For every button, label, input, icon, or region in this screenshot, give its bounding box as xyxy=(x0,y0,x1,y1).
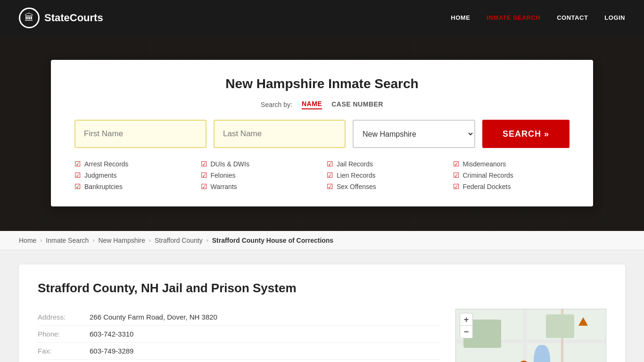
search-card-title: New Hampshire Inmate Search xyxy=(74,76,570,91)
checklist-col-3: ☑ Jail Records ☑ Lien Records ☑ Sex Offe… xyxy=(327,158,444,192)
check-icon: ☑ xyxy=(327,182,333,191)
map-container: + − xyxy=(455,309,606,362)
breadcrumb-sep-1: › xyxy=(40,237,42,244)
map-area xyxy=(546,314,574,338)
list-item: ☑ Jail Records xyxy=(327,158,444,170)
list-item: ☑ Felonies xyxy=(201,170,318,181)
address-label: Address: xyxy=(38,313,80,321)
hero-section: COURTHOUSE New Hampshire Inmate Search S… xyxy=(0,35,644,231)
list-item: ☑ DUIs & DWIs xyxy=(201,158,318,170)
checklist-col-1: ☑ Arrest Records ☑ Judgments ☑ Bankruptc… xyxy=(74,158,191,192)
check-icon: ☑ xyxy=(74,182,81,191)
address-row: Address: 266 County Farm Road, Dover, NH… xyxy=(38,309,441,326)
search-by-row: Search by: NAME CASE NUMBER xyxy=(74,100,570,109)
check-icon: ☑ xyxy=(453,182,459,191)
header: 🏛 StateCourts HOME INMATE SEARCH CONTACT… xyxy=(0,0,644,35)
list-item: ☑ Bankruptcies xyxy=(74,181,191,192)
fax-value: 603-749-3289 xyxy=(90,347,133,355)
map-zoom-in[interactable]: + xyxy=(460,313,472,326)
breadcrumb-strafford-county[interactable]: Strafford County xyxy=(155,237,203,244)
check-icon: ☑ xyxy=(74,171,81,180)
search-fields-row: New Hampshire Alabama Alaska Arizona Ark… xyxy=(74,120,570,148)
check-icon: ☑ xyxy=(201,160,207,168)
main-content: Strafford County, NH Jail and Prison Sys… xyxy=(0,250,644,362)
phone-row: Phone: 603-742-3310 xyxy=(38,326,441,343)
list-item: ☑ Federal Dockets xyxy=(453,181,570,192)
logo-text: StateCourts xyxy=(44,12,103,24)
check-icon: ☑ xyxy=(453,171,459,180)
map-water xyxy=(534,345,550,362)
tab-name[interactable]: NAME xyxy=(302,100,322,109)
fax-label: Fax: xyxy=(38,347,80,355)
list-item: ☑ Arrest Records xyxy=(74,158,191,170)
content-card: Strafford County, NH Jail and Prison Sys… xyxy=(19,264,625,362)
breadcrumb-sep-2: › xyxy=(92,237,94,244)
search-button[interactable]: SEARCH » xyxy=(482,120,570,148)
breadcrumb-sep-3: › xyxy=(149,237,151,244)
checklist-grid: ☑ Arrest Records ☑ Judgments ☑ Bankruptc… xyxy=(74,158,570,192)
map-triangle-marker xyxy=(578,317,588,326)
list-item: ☑ Criminal Records xyxy=(453,170,570,181)
breadcrumb-current: Strafford County House of Corrections xyxy=(212,237,333,244)
list-item: ☑ Sex Offenses xyxy=(327,181,444,192)
check-icon: ☑ xyxy=(201,182,207,191)
content-layout: Address: 266 County Farm Road, Dover, NH… xyxy=(38,309,606,362)
check-icon: ☑ xyxy=(201,171,207,180)
breadcrumb-sep-4: › xyxy=(206,237,208,244)
facility-title: Strafford County, NH Jail and Prison Sys… xyxy=(38,281,606,296)
main-nav: HOME INMATE SEARCH CONTACT LOGIN xyxy=(451,14,625,21)
last-name-input[interactable] xyxy=(214,120,346,148)
map-controls: + − xyxy=(460,313,473,338)
tab-case-number[interactable]: CASE NUMBER xyxy=(331,100,383,109)
address-value: 266 County Farm Road, Dover, NH 3820 xyxy=(90,313,217,321)
state-select[interactable]: New Hampshire Alabama Alaska Arizona Ark… xyxy=(353,120,475,148)
search-card: New Hampshire Inmate Search Search by: N… xyxy=(51,60,593,206)
list-item: ☑ Warrants xyxy=(201,181,318,192)
phone-value: 603-742-3310 xyxy=(90,330,133,338)
map-background xyxy=(456,309,606,362)
logo[interactable]: 🏛 StateCourts xyxy=(19,8,103,28)
nav-inmate-search[interactable]: INMATE SEARCH xyxy=(487,14,540,21)
logo-icon: 🏛 xyxy=(19,8,40,28)
search-by-label: Search by: xyxy=(261,101,292,108)
breadcrumb-new-hampshire[interactable]: New Hampshire xyxy=(98,237,145,244)
breadcrumb-home[interactable]: Home xyxy=(19,237,36,244)
website-row: Website: https://co.strafford.nh.us/depa… xyxy=(38,360,441,362)
map-road xyxy=(523,309,527,362)
list-item: ☑ Lien Records xyxy=(327,170,444,181)
facility-info: Address: 266 County Farm Road, Dover, NH… xyxy=(38,309,441,362)
nav-contact[interactable]: CONTACT xyxy=(557,14,588,21)
phone-label: Phone: xyxy=(38,330,80,338)
breadcrumb: Home › Inmate Search › New Hampshire › S… xyxy=(0,231,644,250)
check-icon: ☑ xyxy=(74,160,81,168)
breadcrumb-inmate-search[interactable]: Inmate Search xyxy=(46,237,89,244)
checklist-col-4: ☑ Misdemeanors ☑ Criminal Records ☑ Fede… xyxy=(453,158,570,192)
check-icon: ☑ xyxy=(327,160,333,168)
nav-login[interactable]: LOGIN xyxy=(604,14,625,21)
nav-home[interactable]: HOME xyxy=(451,14,470,21)
check-icon: ☑ xyxy=(453,160,459,168)
list-item: ☑ Misdemeanors xyxy=(453,158,570,170)
checklist-col-2: ☑ DUIs & DWIs ☑ Felonies ☑ Warrants xyxy=(201,158,318,192)
map-zoom-out[interactable]: − xyxy=(460,326,472,338)
first-name-input[interactable] xyxy=(74,120,206,148)
check-icon: ☑ xyxy=(327,171,333,180)
list-item: ☑ Judgments xyxy=(74,170,191,181)
fax-row: Fax: 603-749-3289 xyxy=(38,343,441,360)
